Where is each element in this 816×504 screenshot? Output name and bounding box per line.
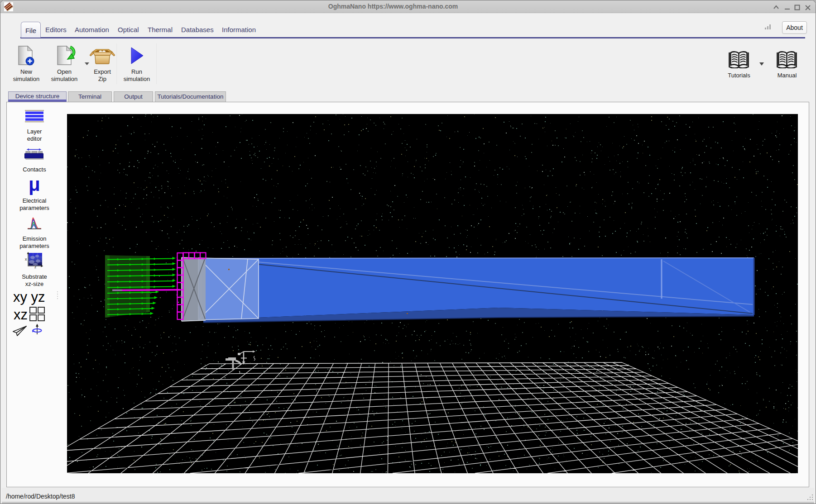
svg-text:z: z [34,265,37,268]
svg-text:x: x [25,257,27,262]
